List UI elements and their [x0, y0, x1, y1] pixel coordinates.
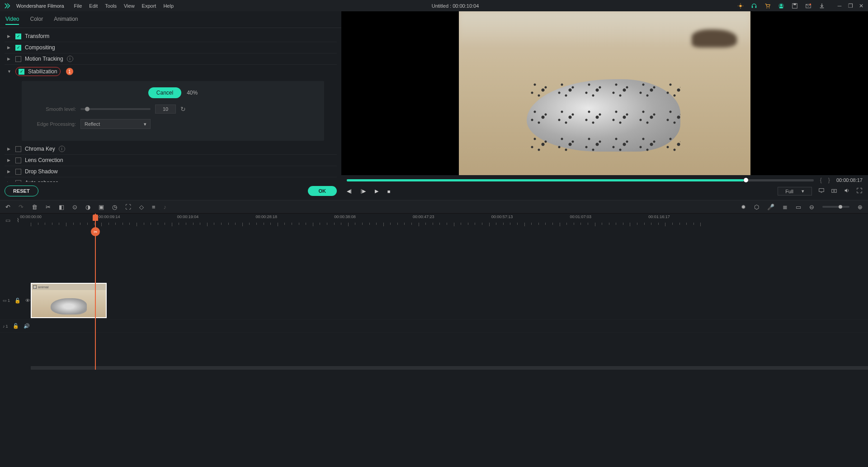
close-button[interactable]: ✕ — [858, 3, 864, 9]
motion-tracking-checkbox[interactable] — [15, 56, 21, 62]
compositing-checkbox[interactable]: ✓ — [15, 45, 21, 51]
zoom-out-icon[interactable]: ⊖ — [809, 204, 814, 210]
prop-lens-correction[interactable]: ▶ Lens Correction — [5, 155, 337, 166]
marker-icon[interactable]: ⬡ — [754, 204, 759, 210]
edge-processing-select[interactable]: Reflect ▾ — [80, 119, 151, 129]
adjust-icon[interactable]: ≡ — [152, 204, 156, 210]
cart-icon[interactable] — [764, 2, 771, 10]
prop-drop-shadow[interactable]: ▶ Drop Shadow — [5, 166, 337, 177]
display-icon[interactable] — [818, 187, 825, 195]
chroma-key-label: Chroma Key — [25, 146, 55, 152]
next-frame-button[interactable]: |▶ — [361, 188, 366, 194]
eye-icon[interactable]: 👁 — [25, 298, 30, 303]
headphones-icon[interactable] — [750, 2, 758, 10]
video-track-label: ▭1 — [3, 298, 10, 303]
track-icon[interactable]: ▭ — [796, 204, 801, 210]
video-track[interactable]: ▭1 🔓 👁 ▶ animal — [0, 281, 868, 320]
save-icon[interactable] — [791, 2, 798, 10]
chevron-right-icon[interactable]: ▶ — [7, 169, 12, 174]
timeline-settings-icon[interactable]: ▭ — [5, 217, 10, 224]
ok-button[interactable]: OK — [308, 186, 337, 196]
minimize-button[interactable]: ─ — [836, 3, 843, 9]
cancel-button[interactable]: Cancel — [148, 87, 181, 98]
menu-edit[interactable]: Edit — [89, 3, 98, 9]
prop-compositing[interactable]: ▶ ✓ Compositing — [5, 42, 337, 53]
mark-in-icon[interactable]: { — [820, 177, 822, 183]
lock-icon[interactable]: 🔓 — [14, 298, 21, 304]
green-screen-icon[interactable]: ▣ — [99, 204, 104, 210]
menu-view[interactable]: View — [124, 3, 135, 9]
stop-button[interactable]: ■ — [387, 189, 391, 194]
redo-icon[interactable]: ↷ — [19, 204, 24, 210]
tab-animation[interactable]: Animation — [54, 16, 78, 25]
voiceover-icon[interactable]: 🎤 — [767, 204, 774, 210]
chevron-right-icon[interactable]: ▶ — [7, 34, 12, 38]
tab-color[interactable]: Color — [30, 16, 43, 25]
chevron-down-icon[interactable]: ▼ — [7, 69, 12, 74]
play-button[interactable]: ▶ — [375, 188, 378, 194]
scissors-icon[interactable]: ✂ — [91, 227, 100, 236]
quality-select[interactable]: Full ▾ — [778, 187, 812, 195]
stabilization-checkbox[interactable]: ✓ — [19, 69, 24, 75]
help-icon[interactable]: i — [67, 56, 73, 62]
maximize-button[interactable]: ❐ — [847, 3, 854, 9]
fullscreen-icon[interactable] — [856, 187, 863, 195]
tab-video[interactable]: Video — [5, 16, 19, 25]
speed-icon[interactable]: ⊙ — [72, 204, 77, 210]
smooth-level-input[interactable] — [155, 105, 176, 114]
sun-icon[interactable] — [737, 2, 744, 10]
volume-icon[interactable] — [844, 187, 850, 195]
prev-frame-button[interactable]: ◀| — [347, 188, 352, 194]
clock-icon[interactable]: ◷ — [112, 204, 117, 210]
expand-icon[interactable]: ⛶ — [125, 204, 131, 210]
mail-icon[interactable] — [805, 2, 812, 10]
chroma-key-checkbox[interactable] — [15, 146, 21, 152]
reset-icon[interactable]: ↻ — [180, 105, 186, 113]
drop-shadow-checkbox[interactable] — [15, 169, 21, 175]
zoom-slider[interactable] — [822, 206, 849, 208]
reset-button[interactable]: RESET — [5, 186, 38, 196]
crop-icon[interactable]: ◧ — [59, 204, 64, 210]
timeline-ruler[interactable]: 00:00:00:0000:00:09:1400:00:19:0400:00:2… — [31, 214, 863, 226]
playback-progress[interactable] — [347, 179, 814, 181]
menu-tools[interactable]: Tools — [105, 3, 117, 9]
prop-auto-enhance[interactable]: ▶ Auto enhance — [5, 177, 337, 182]
mark-out-icon[interactable]: } — [828, 177, 830, 183]
audio-icon[interactable]: ♪ — [164, 204, 167, 210]
help-icon[interactable]: i — [59, 146, 65, 152]
download-icon[interactable] — [818, 2, 826, 10]
prop-stabilization[interactable]: ▼ ✓ Stabilization 1 — [5, 65, 337, 78]
snapshot-icon[interactable] — [831, 187, 837, 195]
playhead[interactable]: ✂ — [95, 214, 96, 370]
chevron-right-icon[interactable]: ▶ — [7, 57, 12, 61]
chevron-right-icon[interactable]: ▶ — [7, 147, 12, 151]
menu-help[interactable]: Help — [163, 3, 174, 9]
chevron-right-icon[interactable]: ▶ — [7, 45, 12, 50]
chevron-right-icon[interactable]: ▶ — [7, 158, 12, 162]
app-name: Wondershare Filmora — [16, 3, 64, 9]
prop-chroma-key[interactable]: ▶ Chroma Key i — [5, 143, 337, 155]
audio-track[interactable]: ♪1 🔓 🔊 — [0, 320, 868, 333]
prop-motion-tracking[interactable]: ▶ Motion Tracking i — [5, 53, 337, 65]
ruler-tick-label: 00:00:38:08 — [334, 214, 356, 219]
prop-transform[interactable]: ▶ ✓ Transform — [5, 31, 337, 42]
transform-checkbox[interactable]: ✓ — [15, 33, 21, 39]
cut-icon[interactable]: ✂ — [46, 204, 51, 210]
keyframe-icon[interactable]: ◇ — [139, 204, 144, 210]
speaker-icon[interactable]: 🔊 — [24, 323, 30, 329]
color-icon[interactable]: ◑ — [85, 204, 90, 210]
lens-correction-checkbox[interactable] — [15, 157, 21, 163]
menu-file[interactable]: File — [74, 3, 82, 9]
undo-icon[interactable]: ↶ — [5, 204, 10, 210]
smooth-level-slider[interactable] — [80, 108, 151, 110]
menu-export[interactable]: Export — [142, 3, 156, 9]
drop-shadow-label: Drop Shadow — [25, 168, 58, 175]
render-icon[interactable]: ✹ — [741, 204, 746, 210]
link-icon[interactable]: ⌇ — [17, 217, 19, 224]
zoom-in-icon[interactable]: ⊕ — [858, 204, 863, 210]
user-icon[interactable] — [778, 2, 785, 10]
mixer-icon[interactable]: ≣ — [783, 204, 788, 210]
lock-icon[interactable]: 🔓 — [13, 323, 19, 329]
delete-icon[interactable]: 🗑 — [32, 204, 38, 210]
timeline-scrollbar[interactable] — [31, 366, 868, 370]
